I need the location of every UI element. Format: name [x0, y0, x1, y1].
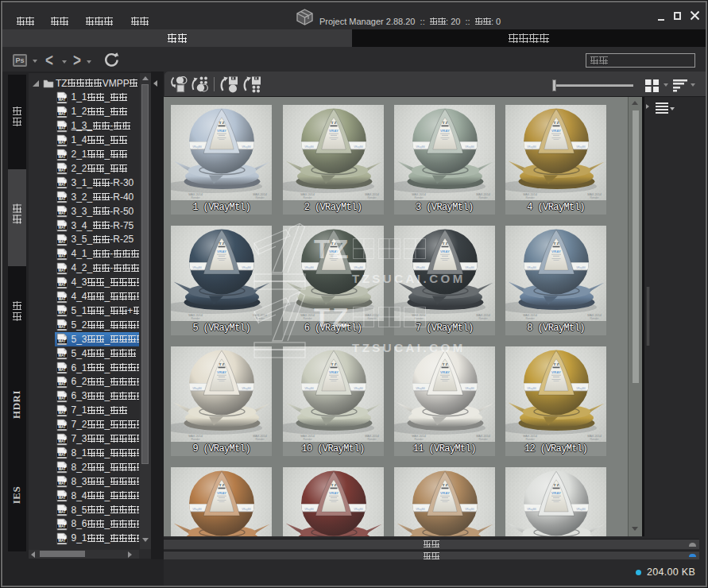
svg-text:Render: Render [526, 316, 536, 319]
svg-text:VRayMtl: VRayMtl [193, 145, 203, 148]
svg-text:VRAY: VRAY [329, 129, 339, 133]
svg-text:VRayMtl: VRayMtl [416, 507, 425, 510]
svg-text:VRayMtl: VRayMtl [527, 265, 536, 269]
svg-text:Render: Render [367, 437, 377, 440]
svg-text:VRayMtl: VRayMtl [527, 386, 536, 389]
svg-text:Render: Render [590, 437, 600, 440]
svg-text:Render: Render [590, 195, 600, 199]
svg-text:VRayMtl: VRayMtl [304, 145, 314, 148]
svg-text:Render: Render [192, 195, 201, 199]
svg-text:VRayMtl: VRayMtl [354, 145, 363, 148]
svg-text:Render: Render [367, 195, 377, 199]
svg-text:VRayMtl: VRayMtl [354, 507, 363, 510]
svg-text:Render: Render [367, 316, 377, 319]
svg-text:Render: Render [303, 316, 312, 319]
svg-text:VRAY: VRAY [551, 491, 561, 495]
svg-text:T Z: T Z [219, 242, 225, 246]
svg-text:VRayMtl: VRayMtl [576, 507, 586, 510]
svg-text:Render: Render [478, 316, 488, 319]
svg-text:VRayMtl: VRayMtl [304, 386, 314, 389]
svg-text:T Z: T Z [442, 121, 447, 125]
svg-text:VRayMtl: VRayMtl [304, 507, 314, 510]
svg-text:VRayMtl: VRayMtl [193, 386, 203, 389]
svg-text:Render: Render [256, 437, 265, 440]
svg-text:T Z: T Z [553, 121, 559, 125]
svg-text:VRAY: VRAY [329, 370, 339, 374]
svg-text:VRAY: VRAY [440, 129, 450, 133]
svg-text:VRayMtl: VRayMtl [576, 386, 586, 389]
svg-text:Render: Render [478, 437, 488, 440]
svg-text:VRayMtl: VRayMtl [465, 386, 474, 389]
svg-text:VRAY: VRAY [329, 250, 339, 253]
svg-text:VRayMtl: VRayMtl [576, 145, 586, 148]
svg-text:VRayMtl: VRayMtl [416, 265, 425, 269]
svg-text:T Z: T Z [219, 121, 225, 125]
svg-text:Render: Render [256, 316, 265, 319]
svg-text:VRAY: VRAY [217, 129, 226, 133]
svg-text:VRayMtl: VRayMtl [354, 265, 363, 269]
svg-text:VRayMtl: VRayMtl [416, 145, 425, 148]
svg-text:VRayMtl: VRayMtl [527, 145, 536, 148]
svg-text:T Z: T Z [219, 483, 225, 487]
svg-text:VRayMtl: VRayMtl [465, 265, 474, 269]
svg-text:VRAY: VRAY [440, 491, 450, 495]
svg-text:T Z: T Z [219, 362, 225, 366]
svg-text:Render: Render [526, 437, 536, 440]
svg-text:VRAY: VRAY [551, 250, 561, 253]
svg-text:VRAY: VRAY [440, 250, 450, 253]
svg-text:Render: Render [414, 316, 424, 319]
svg-text:VRayMtl: VRayMtl [354, 386, 363, 389]
svg-text:VRAY: VRAY [217, 370, 226, 374]
svg-text:VRAY: VRAY [329, 491, 339, 495]
svg-text:Render: Render [192, 316, 201, 319]
svg-text:VRAY: VRAY [217, 491, 226, 495]
svg-text:T Z: T Z [553, 362, 559, 366]
svg-text:VRayMtl: VRayMtl [304, 265, 314, 269]
svg-text:T Z: T Z [442, 242, 447, 246]
svg-text:Render: Render [414, 437, 424, 440]
svg-text:T Z: T Z [442, 362, 447, 366]
svg-text:VRayMtl: VRayMtl [242, 145, 252, 148]
svg-text:T Z: T Z [331, 483, 336, 487]
svg-text:Render: Render [303, 437, 312, 440]
svg-text:VRayMtl: VRayMtl [465, 145, 474, 148]
svg-text:VRayMtl: VRayMtl [465, 507, 474, 510]
svg-text:T Z: T Z [442, 483, 447, 487]
svg-text:Render: Render [478, 195, 488, 199]
svg-text:T Z: T Z [331, 362, 336, 366]
svg-text:VRayMtl: VRayMtl [416, 386, 425, 389]
svg-text:VRayMtl: VRayMtl [193, 507, 203, 510]
svg-text:VRAY: VRAY [551, 129, 561, 133]
svg-text:VRAY: VRAY [217, 250, 226, 253]
svg-text:VRayMtl: VRayMtl [193, 265, 203, 269]
svg-text:Render: Render [414, 195, 424, 199]
svg-text:VRayMtl: VRayMtl [576, 265, 586, 269]
svg-text:T Z: T Z [331, 121, 336, 125]
svg-text:VRayMtl: VRayMtl [527, 507, 536, 510]
svg-text:VRayMtl: VRayMtl [242, 265, 252, 269]
svg-text:Render: Render [590, 316, 600, 319]
svg-text:Render: Render [526, 195, 536, 199]
svg-text:T Z: T Z [553, 242, 559, 246]
svg-text:T Z: T Z [553, 483, 559, 487]
svg-text:VRayMtl: VRayMtl [242, 507, 252, 510]
svg-text:T Z: T Z [331, 242, 336, 246]
svg-text:Render: Render [192, 437, 201, 440]
svg-text:VRayMtl: VRayMtl [242, 386, 252, 389]
svg-text:Render: Render [256, 195, 265, 199]
svg-text:VRAY: VRAY [440, 370, 450, 374]
svg-text:VRAY: VRAY [551, 370, 561, 374]
svg-text:Render: Render [303, 195, 312, 199]
